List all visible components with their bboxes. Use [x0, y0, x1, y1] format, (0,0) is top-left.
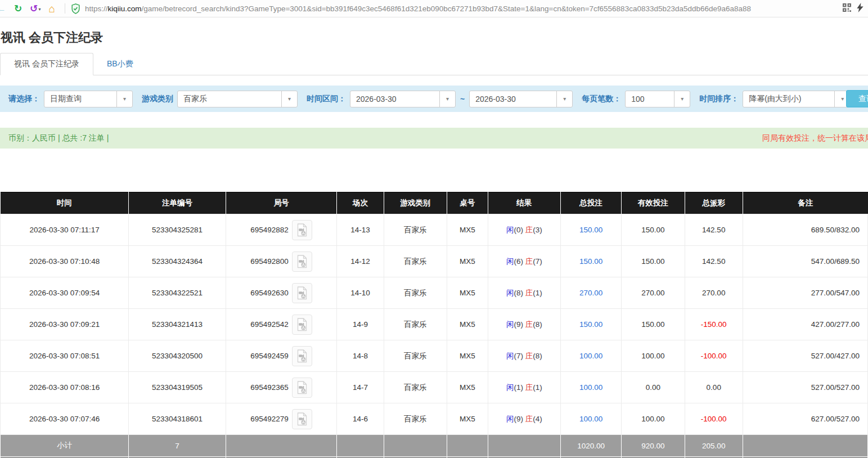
round-number: 695492800 — [250, 257, 289, 266]
total-bet-link[interactable]: 150.00 — [579, 257, 602, 266]
col-header-payout: 总派彩 — [685, 192, 743, 214]
subtotal-valid-bet: 920.00 — [622, 435, 685, 457]
cell-valid-bet: 150.00 — [622, 214, 685, 246]
table-row: 2026-03-30 07:08:51523304320500695492459… — [1, 340, 868, 372]
cell-bet-id: 523304322521 — [129, 277, 226, 309]
cell-total-bet: 150.00 — [561, 309, 622, 340]
cell-game: 百家乐 — [384, 246, 447, 277]
video-replay-button[interactable] — [292, 252, 312, 272]
cell-remark: 427.00/277.00 — [743, 309, 867, 340]
cell-remark: 547.00/689.50 — [743, 246, 867, 277]
cell-table-no: MX5 — [447, 246, 488, 277]
total-bet-link[interactable]: 150.00 — [579, 320, 602, 329]
cell-total-bet: 270.00 — [561, 277, 622, 309]
refresh-icon[interactable]: ↻ — [14, 4, 22, 14]
cell-round: 695492800 — [226, 246, 336, 277]
total-bet-link[interactable]: 150.00 — [579, 226, 602, 234]
time-sort-label: 时间排序： — [699, 94, 739, 104]
round-number: 695492459 — [250, 352, 289, 360]
cell-payout: -150.00 — [685, 309, 743, 340]
chevron-down-icon: ▾ — [674, 91, 690, 107]
round-number: 695492365 — [250, 383, 289, 392]
cell-bet-id: 523304319505 — [129, 372, 226, 403]
query-type-label: 请选择： — [8, 94, 40, 104]
cell-game: 百家乐 — [384, 277, 447, 309]
cell-time: 2026-03-30 07:09:54 — [1, 277, 129, 309]
video-replay-button[interactable] — [292, 346, 312, 366]
cell-total-bet: 150.00 — [561, 214, 622, 246]
col-header-bet-id: 注单编号 — [129, 192, 226, 214]
tab-bar: 视讯 会员下注纪录 BB小费 — [0, 54, 868, 75]
cell-time: 2026-03-30 07:07:46 — [1, 403, 129, 435]
cell-valid-bet: 100.00 — [622, 340, 685, 372]
url-scheme: https:// — [85, 5, 108, 13]
home-icon[interactable]: ⌂ — [49, 3, 55, 14]
total-bet-link[interactable]: 100.00 — [579, 415, 602, 423]
cell-total-bet: 100.00 — [561, 340, 622, 372]
game-category-select[interactable]: 百家乐 ▾ — [177, 91, 298, 107]
cell-time: 2026-03-30 07:08:51 — [1, 340, 129, 372]
subtotal-row: 小计 7 1020.00 920.00 205.00 — [1, 435, 868, 457]
back-icon[interactable]: ← — [0, 4, 6, 14]
cell-table-no: MX5 — [447, 309, 488, 340]
page-size-select[interactable]: 100 ▾ — [625, 91, 690, 107]
qr-code-icon[interactable] — [843, 3, 851, 14]
tab-video-bet-records[interactable]: 视讯 会员下注纪录 — [0, 53, 93, 75]
chevron-down-icon: ▾ — [556, 91, 572, 107]
currency-total-text: 币别：人民币 | 总共 :7 注单 | — [8, 133, 109, 143]
video-replay-button[interactable] — [292, 409, 312, 429]
cell-table-no: MX5 — [447, 277, 488, 309]
valid-bet-notice-text: 同局有效投注，统一计算在该局 — [762, 133, 868, 143]
time-sort-select[interactable]: 降幂(由大到小) ▾ — [743, 91, 851, 107]
round-number: 695492630 — [250, 289, 289, 297]
bet-table-body: 2026-03-30 07:11:17523304325281695492882… — [1, 214, 868, 435]
total-bet-link[interactable]: 100.00 — [579, 383, 602, 392]
cell-bet-id: 523304324364 — [129, 246, 226, 277]
subtotal-payout: 205.00 — [685, 435, 743, 457]
tab-bb-tips[interactable]: BB小费 — [93, 53, 147, 75]
cell-time: 2026-03-30 07:09:21 — [1, 309, 129, 340]
table-row: 2026-03-30 07:11:17523304325281695492882… — [1, 214, 868, 246]
col-header-session: 场次 — [337, 192, 384, 214]
video-replay-button[interactable] — [292, 220, 312, 240]
cell-bet-id: 523304320500 — [129, 340, 226, 372]
undo-icon[interactable]: ↺▾ — [30, 4, 41, 14]
toolbar-divider — [65, 3, 65, 14]
cell-result: 闲(0) 庄(3) — [488, 214, 561, 246]
total-bet-link[interactable]: 100.00 — [579, 352, 602, 360]
lightning-bolt-icon[interactable] — [857, 3, 863, 15]
cell-result: 闲(9) 庄(8) — [488, 309, 561, 340]
search-button[interactable]: 查询 — [846, 90, 868, 107]
date-to-input[interactable]: 2026-03-30 ▾ — [469, 91, 573, 107]
video-replay-icon — [296, 412, 308, 426]
cell-valid-bet: 100.00 — [622, 403, 685, 435]
cell-round: 695492279 — [226, 403, 336, 435]
cell-valid-bet: 270.00 — [622, 277, 685, 309]
video-replay-button[interactable] — [292, 283, 312, 303]
cell-result: 闲(7) 庄(8) — [488, 340, 561, 372]
cell-valid-bet: 150.00 — [622, 246, 685, 277]
url-path: /game/betrecord_search/kind3?GameType=30… — [142, 5, 752, 13]
query-type-select[interactable]: 日期查询 ▾ — [44, 91, 133, 107]
col-header-remark: 备注 — [743, 192, 867, 214]
date-from-input[interactable]: 2026-03-30 ▾ — [350, 91, 456, 107]
cell-remark: 627.00/527.00 — [743, 403, 867, 435]
address-bar[interactable]: https://kiqiiu.com/game/betrecord_search… — [85, 5, 838, 13]
cell-remark: 277.00/547.00 — [743, 277, 867, 309]
col-header-time: 时间 — [1, 192, 129, 214]
cell-session: 14-12 — [337, 246, 384, 277]
cell-game: 百家乐 — [384, 214, 447, 246]
cell-table-no: MX5 — [447, 340, 488, 372]
cell-table-no: MX5 — [447, 214, 488, 246]
site-security-shield-icon[interactable] — [71, 3, 80, 14]
col-header-total-bet: 总投注 — [561, 192, 622, 214]
cell-table-no: MX5 — [447, 372, 488, 403]
video-replay-button[interactable] — [292, 315, 312, 335]
total-bet-link[interactable]: 270.00 — [579, 289, 602, 297]
cell-payout: 0.00 — [685, 372, 743, 403]
video-replay-button[interactable] — [292, 378, 312, 398]
cell-result: 闲(1) 庄(1) — [488, 372, 561, 403]
cell-bet-id: 523304325281 — [129, 214, 226, 246]
cell-game: 百家乐 — [384, 372, 447, 403]
subtotal-count: 7 — [129, 435, 226, 457]
